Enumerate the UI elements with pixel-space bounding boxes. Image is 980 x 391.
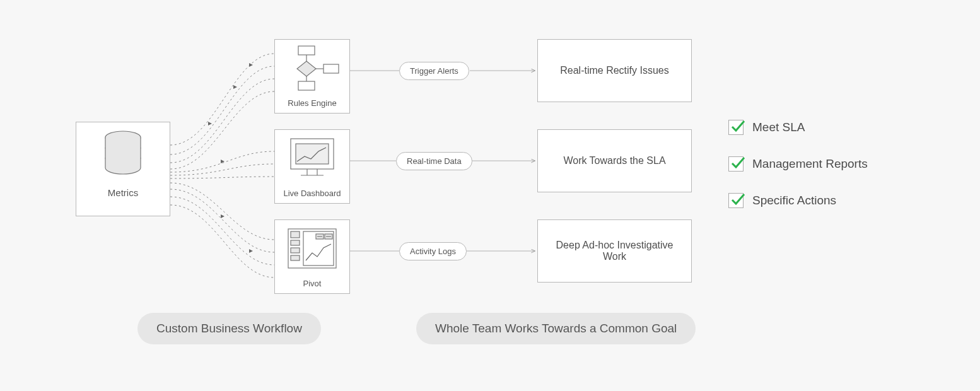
svg-rect-21 bbox=[291, 248, 300, 253]
outcomes-checklist: Meet SLA Management Reports Specific Act… bbox=[728, 120, 868, 230]
metrics-node: Metrics bbox=[76, 122, 170, 216]
rules-engine-label: Rules Engine bbox=[275, 98, 349, 108]
pivot-node: Pivot bbox=[274, 219, 350, 294]
check-management-reports: Management Reports bbox=[728, 156, 868, 172]
section-common-goal: Whole Team Works Towards a Common Goal bbox=[416, 313, 696, 344]
svg-rect-20 bbox=[291, 240, 300, 245]
outcome-rectify: Real-time Rectify Issues bbox=[537, 39, 692, 102]
check-meet-sla-label: Meet SLA bbox=[752, 120, 805, 134]
svg-rect-14 bbox=[296, 144, 329, 164]
svg-rect-12 bbox=[298, 81, 315, 90]
diagram-canvas: Metrics Rules Engine bbox=[0, 0, 980, 391]
svg-rect-7 bbox=[298, 46, 315, 55]
checkmark-icon bbox=[728, 193, 744, 208]
database-icon bbox=[101, 170, 145, 181]
outcome-investigate: Deep Ad-hoc Investigative Work bbox=[537, 219, 692, 283]
pivot-label: Pivot bbox=[275, 279, 349, 288]
checkmark-icon bbox=[728, 156, 744, 172]
metrics-label: Metrics bbox=[76, 187, 170, 198]
outcome-sla-label: Work Towards the SLA bbox=[563, 155, 665, 166]
flowchart-icon bbox=[282, 85, 342, 96]
check-specific-actions-label: Specific Actions bbox=[752, 194, 836, 207]
check-management-reports-label: Management Reports bbox=[752, 157, 868, 171]
svg-rect-22 bbox=[291, 255, 300, 260]
outcome-investigate-label: Deep Ad-hoc Investigative Work bbox=[548, 240, 681, 262]
section-custom-workflow: Custom Business Workflow bbox=[137, 313, 321, 344]
real-time-data-pill: Real-time Data bbox=[396, 152, 472, 170]
outcome-sla: Work Towards the SLA bbox=[537, 129, 692, 192]
outcome-rectify-label: Real-time Rectify Issues bbox=[560, 65, 669, 76]
checkmark-icon bbox=[728, 120, 744, 135]
live-dashboard-node: Live Dashboard bbox=[274, 129, 350, 204]
monitor-chart-icon bbox=[282, 175, 342, 186]
check-specific-actions: Specific Actions bbox=[728, 193, 868, 208]
activity-logs-pill: Activity Logs bbox=[399, 242, 467, 260]
rules-engine-node: Rules Engine bbox=[274, 39, 350, 114]
trigger-alerts-pill: Trigger Alerts bbox=[399, 62, 469, 80]
svg-rect-10 bbox=[324, 64, 339, 73]
pivot-chart-icon bbox=[282, 266, 342, 276]
live-dashboard-label: Live Dashboard bbox=[275, 189, 349, 198]
check-meet-sla: Meet SLA bbox=[728, 120, 868, 135]
svg-rect-19 bbox=[291, 231, 300, 238]
